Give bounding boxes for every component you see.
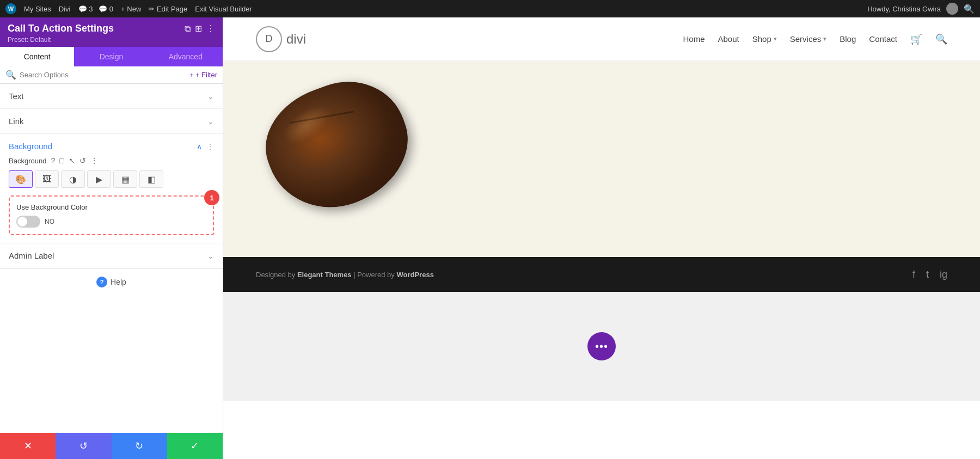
background-help-icon[interactable]: ? [51, 156, 55, 165]
undo-button[interactable]: ↺ [56, 433, 111, 459]
user-greeting: Howdy, Christina Gwira [867, 5, 941, 13]
background-cursor-icon[interactable]: ↖ [69, 156, 75, 165]
site-logo: D divi [256, 26, 306, 52]
wordpress-link[interactable]: WordPress [396, 271, 433, 279]
help-circle-icon: ? [96, 277, 107, 287]
preset-selector[interactable]: Preset: Default [8, 36, 215, 44]
sidebar-more-icon[interactable]: ⋮ [206, 23, 215, 34]
cancel-icon: ✕ [24, 440, 32, 452]
sidebar-header-icons: ⧉ ⊞ ⋮ [185, 23, 215, 34]
bg-mask-tab[interactable]: ◧ [139, 170, 163, 188]
my-sites-link[interactable]: My Sites [24, 5, 51, 13]
nav-services[interactable]: Services ▾ [790, 34, 827, 44]
background-reset-icon[interactable]: ↺ [79, 156, 86, 165]
help-row[interactable]: ? Help [0, 269, 223, 295]
site-search-icon[interactable]: 🔍 [935, 33, 947, 45]
shop-dropdown-icon: ▾ [774, 35, 777, 42]
background-section-header: Background ∧ ⋮ [0, 134, 223, 156]
background-header-actions: ∧ ⋮ [197, 142, 214, 151]
toggle-no-label: NO [45, 218, 54, 225]
background-chevron-icon[interactable]: ∧ [197, 142, 202, 151]
cancel-button[interactable]: ✕ [0, 433, 56, 459]
save-icon: ✓ [191, 440, 199, 452]
site-main-content [223, 61, 980, 257]
background-more2-icon[interactable]: ⋮ [90, 156, 98, 165]
wordpress-icon[interactable]: W [5, 3, 16, 14]
logo-text: divi [286, 32, 306, 47]
divi-link[interactable]: Divi [59, 5, 71, 13]
bg-video-tab[interactable]: ▶ [87, 170, 111, 188]
text-chevron-icon: ⌄ [207, 92, 214, 101]
services-dropdown-icon: ▾ [823, 35, 826, 42]
footer-credit: Designed by Elegant Themes | Powered by … [256, 271, 434, 279]
preview-area: D divi Home About Shop ▾ Services ▾ Blog… [223, 17, 980, 459]
nav-about[interactable]: About [718, 34, 739, 44]
below-fold-area: ••• [223, 292, 980, 401]
filter-button[interactable]: + + Filter [189, 71, 217, 79]
nav-contact[interactable]: Contact [869, 34, 897, 44]
sidebar-tabs: Content Design Advanced [0, 47, 223, 66]
bottom-action-bar: ✕ ↺ ↻ ✓ [0, 433, 223, 459]
background-section: Background ∧ ⋮ Background ? □ ↖ ↺ ⋮ [0, 134, 223, 243]
admin-label-chevron: ⌄ [207, 252, 214, 260]
comment-count: 💬 3 💬 0 [78, 5, 114, 13]
background-section-label[interactable]: Background [9, 142, 52, 151]
use-bg-color-label: Use Background Color [16, 203, 206, 211]
background-desktop-icon[interactable]: □ [59, 156, 64, 165]
floating-menu-dots: ••• [595, 340, 608, 353]
search-icon: 🔍 [5, 70, 16, 80]
search-options-input[interactable] [20, 71, 186, 79]
facebook-icon[interactable]: f [912, 269, 915, 280]
cart-icon[interactable]: 🛒 [910, 33, 922, 45]
admin-search-icon[interactable]: 🔍 [964, 4, 975, 14]
background-more-icon[interactable]: ⋮ [206, 142, 214, 151]
user-avatar [946, 3, 958, 15]
options-search-bar: 🔍 + + Filter [0, 66, 223, 84]
sidebar-header: Call To Action Settings ⧉ ⊞ ⋮ Preset: De… [0, 17, 223, 47]
bread-highlight [277, 98, 337, 151]
save-button[interactable]: ✓ [167, 433, 223, 459]
admin-bar-left: W My Sites Divi 💬 3 💬 0 + New ✏ Edit Pag… [5, 3, 867, 14]
tab-advanced[interactable]: Advanced [149, 47, 223, 66]
toggle-knob [17, 217, 27, 227]
nav-shop[interactable]: Shop ▾ [752, 34, 777, 44]
redo-button[interactable]: ↻ [112, 433, 167, 459]
twitter-icon[interactable]: t [926, 269, 929, 280]
wp-admin-bar: W My Sites Divi 💬 3 💬 0 + New ✏ Edit Pag… [0, 0, 980, 17]
bread-shape [250, 65, 425, 226]
elegant-themes-link[interactable]: Elegant Themes [297, 271, 352, 279]
site-nav: D divi Home About Shop ▾ Services ▾ Blog… [223, 17, 980, 61]
sidebar-responsive-icon[interactable]: ⧉ [185, 24, 191, 34]
admin-bar-right: Howdy, Christina Gwira 🔍 [867, 3, 975, 15]
tab-content[interactable]: Content [0, 47, 74, 66]
background-control-label: Background [9, 157, 46, 165]
use-background-color-area: Use Background Color NO 1 [9, 195, 214, 235]
nav-home[interactable]: Home [683, 34, 705, 44]
sidebar-title: Call To Action Settings [8, 23, 114, 34]
new-button[interactable]: + New [121, 5, 141, 13]
bg-gradient-tab[interactable]: ◑ [61, 170, 85, 188]
redo-icon: ↻ [135, 440, 143, 452]
bg-color-tab[interactable]: 🎨 [9, 170, 33, 188]
use-bg-color-toggle[interactable] [16, 216, 40, 228]
site-footer: Designed by Elegant Themes | Powered by … [223, 257, 980, 292]
bg-pattern-tab[interactable]: ▦ [113, 170, 137, 188]
main-layout: Call To Action Settings ⧉ ⊞ ⋮ Preset: De… [0, 17, 980, 459]
floating-menu-button[interactable]: ••• [587, 332, 616, 360]
instagram-icon[interactable]: ig [940, 269, 947, 280]
exit-visual-builder-button[interactable]: Exit Visual Builder [195, 5, 252, 13]
background-type-tabs: 🎨 🖼 ◑ ▶ ▦ ◧ [0, 170, 223, 195]
text-section-row[interactable]: Text ⌄ [0, 84, 223, 109]
background-controls-row: Background ? □ ↖ ↺ ⋮ [0, 156, 223, 170]
bg-image-tab[interactable]: 🖼 [35, 170, 59, 188]
sidebar-split-icon[interactable]: ⊞ [195, 23, 202, 34]
undo-icon: ↺ [79, 440, 88, 452]
link-section-row[interactable]: Link ⌄ [0, 109, 223, 134]
notification-badge: 1 [204, 190, 219, 205]
site-nav-links: Home About Shop ▾ Services ▾ Blog Contac… [683, 33, 947, 45]
edit-page-button[interactable]: ✏ Edit Page [149, 5, 187, 13]
admin-label-row[interactable]: Admin Label ⌄ [0, 243, 223, 268]
use-bg-color-toggle-row: NO [16, 216, 206, 228]
tab-design[interactable]: Design [74, 47, 148, 66]
nav-blog[interactable]: Blog [840, 34, 856, 44]
